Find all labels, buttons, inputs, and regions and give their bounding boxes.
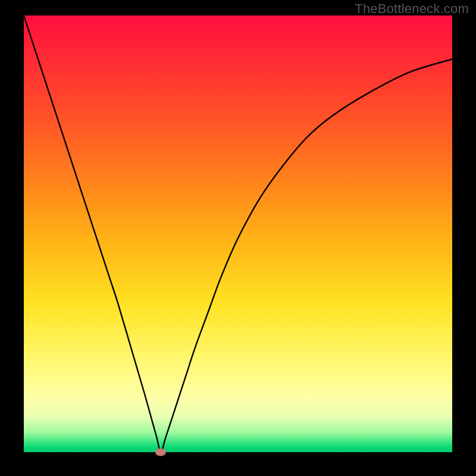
chart-frame: TheBottleneck.com [0,0,476,476]
watermark-text: TheBottleneck.com [355,1,469,17]
bottleneck-curve [24,15,452,452]
min-point-marker [155,449,166,456]
plot-area [24,15,452,452]
